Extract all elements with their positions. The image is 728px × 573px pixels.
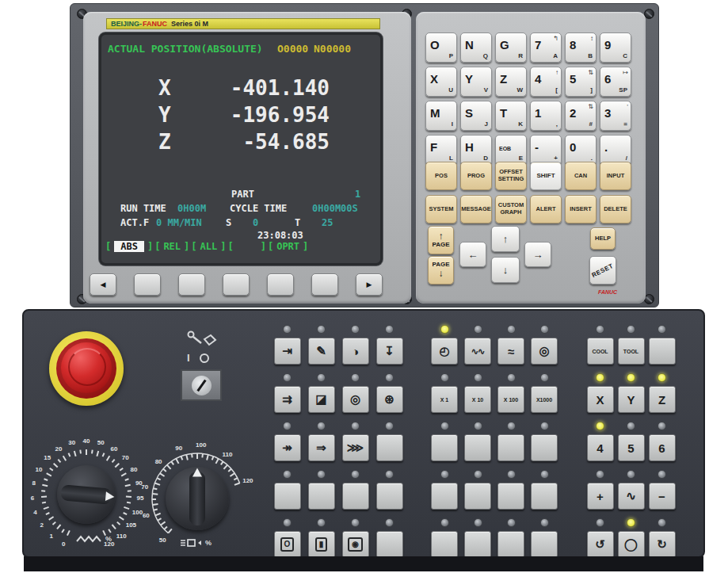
key-x-1-button[interactable]: X 1 <box>431 386 458 413</box>
blank-button[interactable] <box>464 483 491 510</box>
spindle-stop-button[interactable]: ◯ <box>618 531 645 558</box>
softkey-left-arrow-button[interactable]: ◀ <box>90 273 116 296</box>
key-cool-button[interactable]: COOL <box>587 338 614 365</box>
mdi-key-0[interactable]: 0. <box>565 135 597 165</box>
mdi-key-n[interactable]: NQ <box>460 32 492 63</box>
sine-wave-button[interactable]: ∿ <box>618 483 645 510</box>
key-6-button[interactable]: 6 <box>649 434 676 461</box>
mdi-key-g[interactable]: GR <box>495 32 527 63</box>
auto-mode-button[interactable]: ⇥ <box>274 338 301 365</box>
blank-button[interactable] <box>497 531 524 558</box>
blank-button[interactable] <box>464 531 491 558</box>
dry-run-button[interactable]: ∿∿ <box>464 338 491 365</box>
spindle-ccw-button[interactable]: ↺ <box>587 531 614 558</box>
blank-button[interactable] <box>431 434 458 461</box>
key-x-10-button[interactable]: X 10 <box>464 386 491 413</box>
key-x-button[interactable]: X <box>587 386 614 413</box>
reset-key[interactable]: RESET <box>589 256 616 285</box>
mdi-key-y[interactable]: YV <box>460 67 492 97</box>
softkey-button-1[interactable] <box>134 273 161 296</box>
fn-key-offset-setting[interactable]: OFFSET SETTING <box>495 162 527 190</box>
blank-button[interactable] <box>497 483 524 510</box>
reference-point-button[interactable]: ◴ <box>431 338 458 365</box>
blank-button[interactable] <box>531 531 558 558</box>
edit-mode-button[interactable]: ✎ <box>308 338 335 365</box>
fn-key-insert[interactable]: INSERT <box>565 195 597 223</box>
mdi-key-f[interactable]: FL <box>425 135 457 165</box>
key-5-button[interactable]: 5 <box>618 434 645 461</box>
key-x1000-button[interactable]: X1000 <box>531 386 558 413</box>
program-stop-button[interactable]: ◉ <box>342 531 369 558</box>
key-blank-button[interactable]: − <box>649 483 676 510</box>
mdi-key-8[interactable]: 8B↕ <box>565 32 597 63</box>
blank-button[interactable] <box>308 483 335 510</box>
blank-button[interactable] <box>531 483 558 510</box>
emergency-stop-button[interactable] <box>49 331 124 406</box>
mdi-key-dot[interactable]: ./ <box>600 135 631 165</box>
mdi-key-minus[interactable]: -+ <box>530 135 562 165</box>
fn-key-message[interactable]: MESSAGE <box>460 195 492 223</box>
mdi-key-1[interactable]: 1, <box>530 101 562 131</box>
cursor-down-key[interactable]: ↓ <box>491 257 520 283</box>
key-plus-button[interactable]: + <box>587 483 614 510</box>
fn-key-shift[interactable]: SHIFT <box>530 162 562 190</box>
fn-key-alert[interactable]: ALERT <box>530 195 562 223</box>
help-key[interactable]: HELP <box>590 227 616 250</box>
jog-mode-button[interactable]: ↠ <box>274 434 301 461</box>
zero-return-button[interactable]: ⋙ <box>342 434 369 461</box>
fn-key-custom-graph[interactable]: CUSTOM GRAPH <box>495 195 527 223</box>
softkey-button-3[interactable] <box>223 273 250 296</box>
mdi-key-x[interactable]: XU <box>425 67 457 97</box>
blank-button[interactable] <box>649 338 676 365</box>
blank-button[interactable] <box>464 434 491 461</box>
fn-key-system[interactable]: SYSTEM <box>425 195 457 223</box>
key-4-button[interactable]: 4 <box>587 434 614 461</box>
softkey-button-5[interactable] <box>311 273 338 296</box>
blank-button[interactable] <box>497 434 524 461</box>
page-up-key[interactable]: ↑ PAGE <box>428 226 454 254</box>
single-block-button[interactable]: ◎ <box>531 338 558 365</box>
cursor-right-key[interactable]: → <box>524 242 551 267</box>
mdi-key-3[interactable]: 3=’ <box>600 101 631 131</box>
mdi-key-2[interactable]: 2#⇅ <box>565 101 597 131</box>
softkey-button-2[interactable] <box>178 273 205 296</box>
key-z-button[interactable]: Z <box>649 386 676 413</box>
mdi-key-eob[interactable]: EOBE <box>495 135 527 165</box>
mdi-key-z[interactable]: ZW <box>495 67 527 97</box>
mdi-mode-button[interactable]: ◑ <box>342 338 369 365</box>
blank-button[interactable] <box>431 483 458 510</box>
mdi-key-o[interactable]: OP <box>425 32 457 63</box>
fn-key-prog[interactable]: PROG <box>460 162 492 190</box>
key-tool-button[interactable]: TOOL <box>618 338 645 365</box>
feed-hold-button[interactable]: ▮ <box>308 531 335 558</box>
rapid-traverse-button[interactable]: ◪ <box>308 386 335 413</box>
key-x-100-button[interactable]: X 100 <box>497 386 524 413</box>
fn-key-pos[interactable]: POS <box>425 162 457 190</box>
blank-button[interactable] <box>376 483 403 510</box>
handle-mode-button[interactable]: ◎ <box>342 386 369 413</box>
mdi-key-h[interactable]: HD <box>460 135 492 165</box>
machine-lock-button[interactable]: ≈ <box>497 338 524 365</box>
dnc-mode-button[interactable]: ↧ <box>376 338 403 365</box>
teach-mode-button[interactable]: ⊛ <box>376 386 403 413</box>
page-down-key[interactable]: PAGE ↓ <box>428 256 454 285</box>
key-y-button[interactable]: Y <box>618 386 645 413</box>
mdi-key-t[interactable]: TK <box>495 101 527 131</box>
remote-mode-button[interactable]: ⇉ <box>274 386 301 413</box>
blank-button[interactable] <box>531 434 558 461</box>
mdi-key-7[interactable]: 7A↰ <box>530 32 562 63</box>
spindle-cw-button[interactable]: ↻ <box>649 531 676 558</box>
mdi-key-9[interactable]: 9C <box>600 32 631 63</box>
fn-key-can[interactable]: CAN <box>565 162 597 190</box>
mdi-key-5[interactable]: 5]⇅ <box>565 67 597 97</box>
blank-button[interactable] <box>342 483 369 510</box>
mdi-key-4[interactable]: 4[↑ <box>530 67 562 97</box>
blank-button[interactable] <box>431 531 458 558</box>
blank-button[interactable] <box>376 434 403 461</box>
fn-key-delete[interactable]: DELETE <box>600 195 631 223</box>
softkey-button-4[interactable] <box>267 273 294 296</box>
step-mode-button[interactable]: ⇒ <box>308 434 335 461</box>
cycle-start-button[interactable]: O <box>274 531 301 558</box>
mdi-key-6[interactable]: 6SP↦ <box>600 67 631 97</box>
mdi-key-s[interactable]: SJ <box>460 101 492 131</box>
